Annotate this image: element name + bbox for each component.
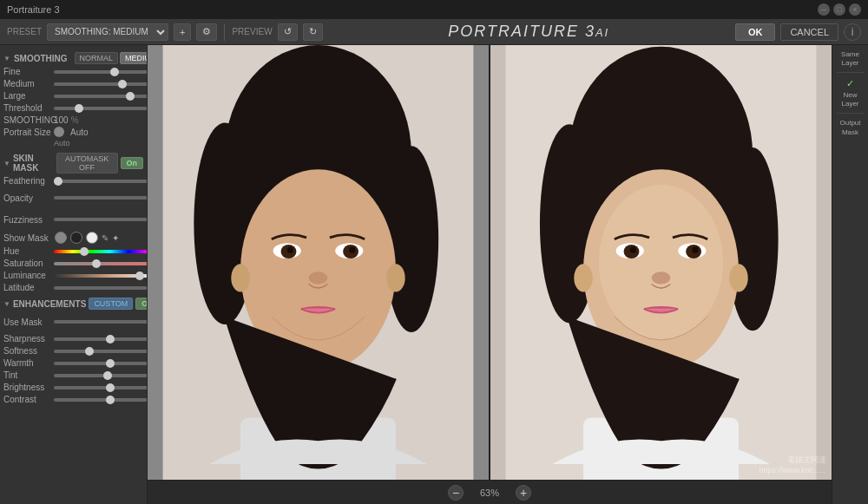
before-face-image	[148, 45, 489, 480]
svg-point-32	[729, 264, 747, 291]
contrast-slider[interactable]	[54, 398, 148, 402]
add-preset-button[interactable]: +	[174, 23, 191, 41]
portrait-size-row: Portrait Size Auto	[3, 127, 143, 137]
opacity-label: Opacity	[3, 193, 51, 203]
mask-color-gray[interactable]	[86, 232, 98, 244]
settings-button[interactable]: ⚙	[196, 23, 217, 41]
svg-point-31	[574, 264, 592, 291]
latitude-slider-row: Latitude 100	[3, 283, 143, 292]
app-title-bar: Portraiture 3	[7, 4, 60, 15]
output-mask-option[interactable]: OutputMask	[839, 119, 860, 137]
smoothing-label: SMOOTHING	[14, 54, 68, 63]
opacity-slider-row: Opacity 100 %	[3, 188, 143, 207]
left-panel: ▼ SMOOTHING NORMAL MEDIUM STRONG Fine +8…	[0, 45, 148, 504]
main-area: ▼ SMOOTHING NORMAL MEDIUM STRONG Fine +8…	[0, 45, 868, 504]
warmth-slider[interactable]	[54, 362, 148, 365]
skin-mask-section-header: ▼ SKIN MASK AUTOMASK OFF On	[3, 153, 143, 173]
sharpness-label: Sharpness	[3, 334, 51, 344]
portrait-dot[interactable]	[54, 127, 64, 137]
bottom-bar: − 63% +	[148, 480, 832, 504]
fuzziness-slider-row: Fuzziness 100 %	[3, 210, 143, 229]
canvas-area: 電腦主阿達 https://www.koc...... − 63% +	[148, 45, 832, 504]
smoothing-mode-buttons: NORMAL MEDIUM STRONG	[75, 52, 148, 64]
svg-point-5	[385, 146, 439, 332]
luminance-slider[interactable]	[54, 274, 148, 278]
use-mask-slider[interactable]	[54, 320, 148, 324]
fuzziness-slider[interactable]	[54, 218, 148, 221]
hue-slider-row: Hue 90	[3, 246, 143, 256]
warmth-slider-row: Warmth +1	[3, 358, 143, 368]
title-bar: Portraiture 3 ─ □ ×	[0, 0, 868, 19]
mode-medium[interactable]: MEDIUM	[120, 52, 148, 64]
new-layer-label: NewLayer	[841, 91, 858, 108]
medium-slider-row: Medium +12	[3, 79, 143, 88]
medium-slider[interactable]	[54, 82, 148, 86]
window-buttons: ─ □ ×	[818, 3, 861, 16]
feathering-label: Feathering	[3, 176, 51, 186]
app-logo-title: PORTRAITURE 3ai	[448, 23, 609, 41]
zoom-out-button[interactable]: −	[448, 485, 464, 501]
mask-eyedropper-tool[interactable]: ✦	[112, 233, 119, 243]
preset-label: PRESET	[7, 27, 42, 36]
threshold-label: Threshold	[3, 103, 51, 113]
sharpness-slider[interactable]	[54, 337, 148, 341]
minimize-button[interactable]: ─	[818, 3, 830, 16]
luminance-label: Luminance	[3, 271, 51, 280]
softness-label: Softness	[3, 346, 51, 356]
enhancements-on-button[interactable]: On	[135, 298, 148, 310]
mask-pen-tool[interactable]: ✎	[102, 233, 108, 243]
redo-button[interactable]: ↻	[303, 23, 323, 41]
automask-button[interactable]: AUTOMASK OFF	[56, 153, 118, 173]
mask-color-white[interactable]	[70, 232, 82, 244]
mask-color-black[interactable]	[55, 232, 67, 244]
threshold-slider-row: Threshold 20	[3, 103, 143, 113]
same-layer-option[interactable]: SameLayer	[841, 50, 859, 67]
info-button[interactable]: i	[844, 23, 861, 41]
softness-slider[interactable]	[54, 350, 148, 353]
svg-point-12	[349, 247, 355, 253]
luminance-slider-row: Luminance 79	[3, 271, 143, 280]
portrait-sub: Auto	[54, 139, 143, 147]
feathering-slider[interactable]	[54, 180, 148, 183]
large-slider[interactable]	[54, 95, 148, 98]
right-separator-1	[837, 72, 865, 73]
opacity-slider[interactable]	[54, 196, 148, 200]
new-layer-option[interactable]: ✓ NewLayer	[841, 78, 858, 108]
before-face-svg	[148, 45, 489, 480]
smoothing-pct-row: SMOOTHING 100 %	[3, 115, 143, 125]
cancel-button[interactable]: CANCEL	[780, 23, 838, 41]
saturation-slider[interactable]	[54, 262, 148, 265]
tint-slider[interactable]	[54, 374, 148, 377]
latitude-slider[interactable]	[54, 286, 148, 290]
mode-normal[interactable]: NORMAL	[75, 52, 119, 64]
preset-select[interactable]: SMOOTHING: MEDIUM SMOOTHING: LIGHT SMOOT…	[47, 23, 168, 41]
enhancements-arrow: ▼	[3, 300, 10, 308]
fine-slider[interactable]	[54, 70, 148, 74]
ok-button[interactable]: OK	[735, 23, 776, 41]
smoothing-pct-label: SMOOTHING	[3, 115, 51, 125]
portrait-value: Auto	[70, 128, 89, 137]
output-mask-label: OutputMask	[839, 119, 860, 137]
maximize-button[interactable]: □	[833, 3, 845, 16]
show-mask-row: Show Mask ✎ ✦	[3, 232, 143, 244]
warmth-label: Warmth	[3, 358, 51, 368]
softness-slider-row: Softness 30	[3, 346, 143, 356]
zoom-in-button[interactable]: +	[516, 485, 531, 501]
svg-point-28	[630, 247, 636, 253]
preview-label: PREVIEW	[232, 27, 272, 36]
use-mask-slider-row: Use Mask 100 %	[3, 312, 143, 331]
after-image-panel[interactable]: 電腦主阿達 https://www.koc......	[489, 45, 832, 480]
brightness-slider[interactable]	[54, 386, 148, 389]
hue-slider[interactable]	[54, 250, 148, 253]
smoothing-pct-val: 100	[54, 115, 69, 125]
custom-button[interactable]: CUSTOM	[89, 298, 133, 310]
skin-mask-on-button[interactable]: On	[121, 157, 144, 169]
toolbar-right: OK CANCEL i	[735, 23, 861, 41]
before-image-panel[interactable]	[148, 45, 489, 480]
threshold-slider[interactable]	[54, 107, 148, 110]
sharpness-slider-row: Sharpness 0	[3, 334, 143, 344]
undo-button[interactable]: ↺	[278, 23, 298, 41]
close-button[interactable]: ×	[849, 3, 861, 16]
svg-point-29	[692, 247, 698, 253]
svg-point-11	[287, 247, 293, 253]
